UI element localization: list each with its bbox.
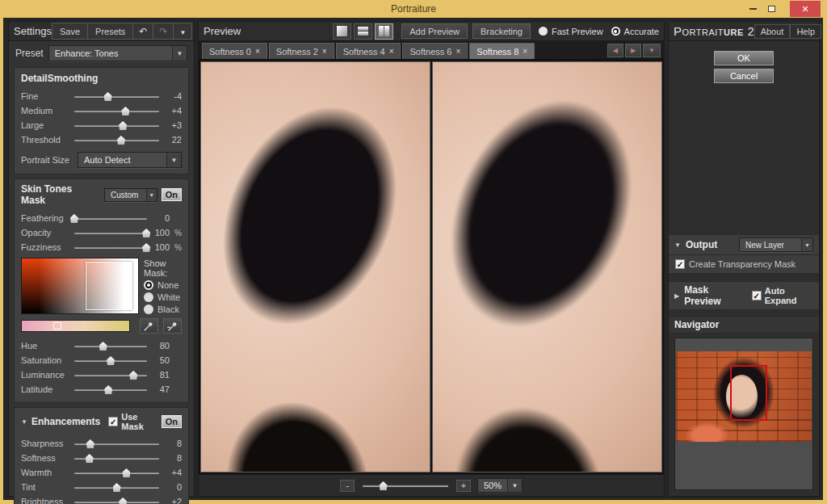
radio-icon[interactable] bbox=[611, 27, 620, 36]
slider-track[interactable] bbox=[73, 91, 161, 101]
navigator-view-rect[interactable] bbox=[730, 365, 766, 421]
slider-track[interactable] bbox=[73, 439, 161, 448]
output-select[interactable]: New Layer ▼ bbox=[739, 237, 813, 252]
eyedropper-add-button[interactable] bbox=[140, 318, 158, 334]
checkbox-icon[interactable]: ✓ bbox=[108, 417, 118, 426]
radio-icon[interactable] bbox=[144, 304, 153, 314]
radio-icon[interactable] bbox=[144, 292, 153, 302]
add-preview-button[interactable]: Add Preview bbox=[401, 23, 468, 39]
slider-thumb[interactable] bbox=[119, 498, 127, 504]
tab-close-icon[interactable]: × bbox=[322, 47, 327, 56]
about-button[interactable]: About bbox=[754, 24, 791, 39]
hue-strip-marker[interactable] bbox=[53, 322, 61, 330]
tab-softness-0[interactable]: Softness 0 × bbox=[202, 43, 267, 59]
chevron-down-icon[interactable]: ▼ bbox=[166, 153, 181, 167]
collapse-icon[interactable]: ▼ bbox=[674, 242, 681, 249]
skin-tone-gradient-picker[interactable] bbox=[21, 258, 139, 314]
slider-track[interactable] bbox=[73, 370, 149, 380]
tab-softness-4[interactable]: Softness 4 × bbox=[336, 43, 401, 59]
checkbox-icon[interactable]: ✓ bbox=[752, 291, 762, 300]
show-mask-option-none[interactable]: None bbox=[144, 280, 182, 290]
view-mode-horizontal-button[interactable] bbox=[354, 23, 372, 40]
slider-track[interactable] bbox=[73, 106, 161, 116]
zoom-in-button[interactable]: + bbox=[456, 480, 471, 492]
zoom-level-select[interactable]: 50% ▼ bbox=[477, 478, 523, 493]
slider-track[interactable] bbox=[73, 213, 149, 223]
chevron-down-icon[interactable]: ▼ bbox=[507, 479, 522, 492]
ok-button[interactable]: OK bbox=[714, 51, 774, 65]
fast-preview-radio[interactable]: Fast Preview bbox=[539, 27, 603, 36]
preview-pane-before[interactable] bbox=[200, 61, 430, 472]
slider-track[interactable] bbox=[73, 384, 149, 394]
slider-thumb[interactable] bbox=[129, 371, 137, 380]
radio-icon[interactable] bbox=[539, 27, 548, 36]
auto-expand-checkbox[interactable]: ✓ Auto Expand bbox=[752, 286, 813, 305]
portrait-size-select[interactable]: Auto Detect ▼ bbox=[78, 152, 182, 168]
settings-menu-button[interactable]: ▼ bbox=[173, 23, 191, 39]
cancel-button[interactable]: Cancel bbox=[714, 69, 774, 83]
view-mode-vertical-button[interactable] bbox=[375, 23, 393, 40]
slider-thumb[interactable] bbox=[107, 356, 115, 365]
slider-thumb[interactable] bbox=[119, 121, 127, 130]
show-mask-option-black[interactable]: Black bbox=[144, 304, 182, 314]
presets-button[interactable]: Presets bbox=[87, 23, 132, 39]
navigator-thumbnail[interactable] bbox=[676, 351, 812, 442]
slider-track[interactable] bbox=[73, 135, 161, 145]
redo-button[interactable]: ↷ bbox=[153, 23, 173, 39]
slider-thumb[interactable] bbox=[86, 454, 94, 463]
gradient-selection-rect[interactable] bbox=[86, 262, 132, 310]
slider-track[interactable] bbox=[73, 453, 161, 463]
collapse-right-icon[interactable]: ▶ bbox=[674, 292, 679, 300]
slider-thumb[interactable] bbox=[113, 483, 121, 492]
slider-thumb[interactable] bbox=[122, 468, 130, 477]
tab-close-icon[interactable]: × bbox=[389, 47, 394, 56]
tab-scroll-left-button[interactable]: ◀ bbox=[607, 44, 623, 57]
close-button[interactable]: ✕ bbox=[790, 1, 821, 17]
slider-track[interactable] bbox=[73, 228, 149, 237]
slider-thumb[interactable] bbox=[86, 439, 94, 448]
radio-icon[interactable] bbox=[144, 280, 153, 290]
slider-track[interactable] bbox=[73, 341, 149, 351]
show-mask-option-white[interactable]: White bbox=[144, 292, 182, 302]
collapse-icon[interactable]: ▼ bbox=[21, 418, 27, 426]
preset-select[interactable]: Enhance: Tones ▼ bbox=[48, 45, 187, 61]
tab-list-button[interactable]: ▼ bbox=[643, 44, 661, 57]
chevron-down-icon[interactable]: ▼ bbox=[801, 238, 812, 251]
bracketing-button[interactable]: Bracketing bbox=[472, 23, 531, 39]
maximize-icon[interactable] bbox=[768, 6, 775, 12]
tab-softness-2[interactable]: Softness 2 × bbox=[269, 43, 334, 59]
slider-thumb[interactable] bbox=[104, 385, 112, 394]
preview-pane-after[interactable] bbox=[432, 61, 662, 472]
tab-close-icon[interactable]: × bbox=[523, 47, 527, 56]
slider-track[interactable] bbox=[73, 482, 161, 492]
use-mask-checkbox[interactable]: ✓ Use Mask bbox=[108, 412, 157, 431]
chevron-down-icon[interactable]: ▼ bbox=[146, 189, 157, 201]
undo-button[interactable]: ↶ bbox=[132, 23, 153, 39]
slider-thumb[interactable] bbox=[117, 136, 125, 145]
slider-thumb[interactable] bbox=[99, 342, 107, 351]
save-button[interactable]: Save bbox=[52, 23, 87, 39]
zoom-slider-thumb[interactable] bbox=[380, 481, 388, 490]
slider-track[interactable] bbox=[73, 497, 161, 504]
slider-track[interactable] bbox=[73, 120, 161, 130]
chevron-down-icon[interactable]: ▼ bbox=[172, 46, 187, 61]
enhancements-on-button[interactable]: On bbox=[162, 415, 182, 428]
accurate-radio[interactable]: Accurate bbox=[611, 27, 659, 36]
slider-track[interactable] bbox=[73, 355, 149, 365]
slider-track[interactable] bbox=[73, 242, 149, 252]
tab-close-icon[interactable]: × bbox=[455, 47, 460, 56]
tab-close-icon[interactable]: × bbox=[255, 47, 260, 56]
zoom-slider[interactable] bbox=[361, 481, 450, 490]
minimize-icon[interactable] bbox=[749, 8, 757, 10]
slider-thumb[interactable] bbox=[104, 92, 112, 101]
hue-strip[interactable] bbox=[21, 320, 130, 332]
zoom-out-button[interactable]: - bbox=[340, 480, 355, 492]
slider-track[interactable] bbox=[73, 468, 161, 477]
eyedropper-subtract-button[interactable] bbox=[163, 318, 182, 334]
tab-softness-6[interactable]: Softness 6 × bbox=[402, 43, 468, 59]
mask-on-button[interactable]: On bbox=[162, 188, 182, 201]
checkbox-icon[interactable]: ✓ bbox=[675, 259, 685, 269]
tab-scroll-right-button[interactable]: ▶ bbox=[625, 44, 641, 57]
view-mode-single-button[interactable] bbox=[333, 23, 351, 40]
mask-preset-select[interactable]: Custom ▼ bbox=[104, 188, 157, 202]
